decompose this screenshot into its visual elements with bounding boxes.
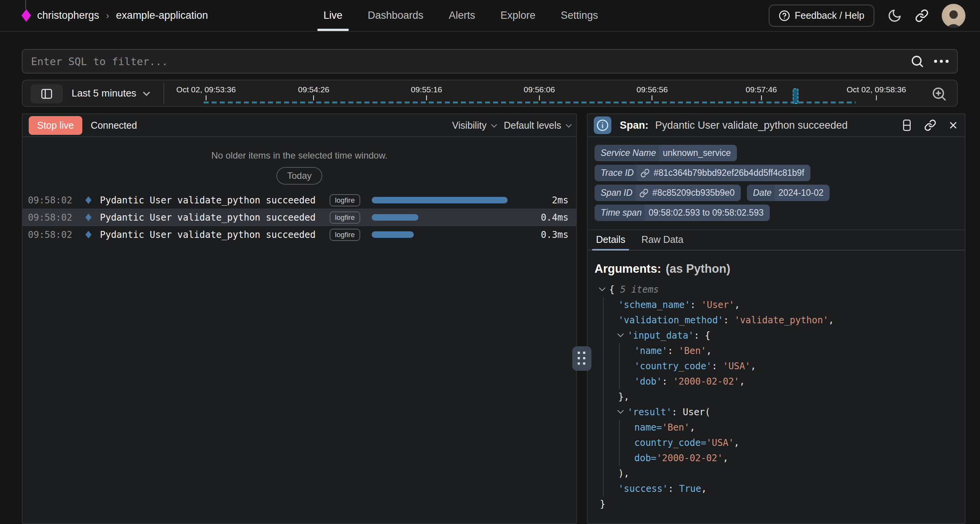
collapse-caret-icon[interactable]: [617, 407, 624, 414]
tab-details[interactable]: Details: [595, 230, 627, 250]
breadcrumb-org[interactable]: christophergs: [37, 10, 99, 21]
badge-value: 09:58:02.593 to 09:58:02.593: [645, 205, 770, 221]
connection-status: Connected: [91, 120, 137, 131]
timeline-tick-mark: [761, 95, 762, 100]
dark-mode-moon-icon[interactable]: [887, 8, 902, 23]
code-segment: 'USA': [723, 361, 750, 372]
log-row[interactable]: 09:58:02Pydantic User validate_python su…: [23, 192, 576, 209]
breadcrumb: christophergs › example-application: [0, 9, 208, 22]
code-segment: :: [690, 300, 701, 310]
user-avatar[interactable]: [942, 4, 965, 28]
code-segment: ,: [740, 376, 745, 387]
breadcrumb-separator: ›: [105, 10, 110, 21]
zoom-in-icon[interactable]: [931, 86, 947, 102]
timeline-tick: 09:55:16: [411, 85, 442, 100]
timeline-activity-spike[interactable]: [792, 88, 798, 104]
tab-settings[interactable]: Settings: [561, 0, 598, 31]
copy-link-icon[interactable]: [924, 119, 936, 131]
badge-value-text: 09:58:02.593 to 09:58:02.593: [648, 208, 764, 218]
code-segment: True: [679, 483, 701, 494]
tab-explore[interactable]: Explore: [500, 0, 536, 31]
log-row-timestamp: 09:58:02: [28, 229, 85, 240]
default-levels-dropdown[interactable]: Default levels: [504, 120, 570, 131]
logo-spark: [25, 0, 26, 9]
span-diamond-icon: [85, 231, 91, 239]
visibility-dropdown[interactable]: Visibility: [452, 120, 495, 131]
span-info-icon: [594, 116, 611, 134]
log-row-scope-badge[interactable]: logfire: [330, 211, 360, 224]
code-segment: dob=: [634, 453, 657, 463]
log-row[interactable]: 09:58:02Pydantic User validate_python su…: [23, 226, 576, 243]
breadcrumb-project[interactable]: example-application: [116, 10, 208, 21]
span-detail-panel: Span: Pydantic User validate_python succ…: [587, 113, 965, 524]
log-row-message: Pydantic User validate_python succeeded: [100, 195, 330, 206]
log-row-duration: 0.4ms: [530, 212, 576, 223]
timeline-tick: Oct 02, 09:58:36: [847, 85, 906, 100]
timeline-tick-mark: [206, 95, 206, 100]
code-line: 'input_data': {: [595, 328, 965, 343]
code-segment: name=: [634, 422, 662, 433]
badge-span-id: Span ID #8c85209cb935b9e0: [595, 185, 741, 201]
tab-live[interactable]: Live: [323, 0, 343, 31]
code-segment: :: [724, 315, 735, 326]
logfire-logo-icon[interactable]: [21, 9, 31, 22]
code-segment: ,: [723, 453, 728, 463]
code-segment: country_code=: [634, 437, 706, 448]
badge-time-span: Time span09:58:02.593 to 09:58:02.593: [595, 205, 770, 221]
close-icon[interactable]: [948, 120, 959, 131]
more-options-icon[interactable]: [934, 60, 949, 63]
timeline-tick-label: 09:56:56: [637, 85, 668, 94]
share-link-icon[interactable]: [915, 9, 929, 23]
timeline-activity-dashes: [204, 102, 855, 103]
badge-value[interactable]: #8c85209cb935b9e0: [635, 185, 741, 201]
log-row-timestamp: 09:58:02: [28, 212, 85, 223]
log-row[interactable]: 09:58:02Pydantic User validate_python su…: [23, 209, 576, 226]
code-segment: ,: [734, 437, 739, 448]
tab-alerts[interactable]: Alerts: [449, 0, 475, 31]
span-title: Pydantic User validate_python succeeded: [655, 120, 848, 131]
code-segment: 'result': [627, 407, 672, 418]
stop-live-button[interactable]: Stop live: [29, 116, 82, 135]
badge-label: Time span: [595, 205, 645, 221]
badge-value[interactable]: #81c364b79bbd92ef26b4dd5ff4c81b9f: [637, 165, 810, 181]
log-row-duration-bar: [372, 231, 414, 238]
code-segment: 'input_data': [627, 330, 694, 341]
sidebar-toggle-button[interactable]: [31, 84, 63, 103]
badge-label: Service Name: [595, 145, 659, 161]
code-segment: },: [618, 391, 629, 402]
tab-dashboards[interactable]: Dashboards: [368, 0, 424, 31]
sql-filter-input[interactable]: [31, 56, 910, 67]
badge-value-text: #81c364b79bbd92ef26b4dd5ff4c81b9f: [653, 168, 804, 178]
badge-value-text: unknown_service: [663, 148, 731, 158]
timeline-tick: Oct 02, 09:53:36: [176, 85, 236, 100]
timeline-tick: 09:56:06: [524, 85, 555, 100]
feedback-help-button[interactable]: Feedback / Help: [769, 5, 874, 27]
split-view-icon[interactable]: [901, 119, 913, 131]
time-range-selector[interactable]: Last 5 minutes: [72, 80, 148, 106]
search-icon[interactable]: [910, 54, 924, 68]
badge-value: 2024-10-02: [775, 185, 830, 201]
arguments-heading-suffix: (as Python): [666, 262, 730, 275]
today-button[interactable]: Today: [276, 167, 322, 185]
code-segment: 'User': [701, 300, 735, 310]
code-segment: {: [609, 284, 620, 295]
time-range-label: Last 5 minutes: [72, 87, 136, 99]
main-content: Stop live Connected Visibility Default l…: [22, 113, 965, 524]
badge-row: Trace ID #81c364b79bbd92ef26b4dd5ff4c81b…: [595, 165, 965, 181]
time-range-bar: Last 5 minutes Oct 02, 09:53:3609:54:260…: [22, 80, 958, 107]
panel-resize-handle[interactable]: [572, 346, 591, 371]
collapse-caret-icon[interactable]: [599, 285, 606, 291]
log-row-scope-badge[interactable]: logfire: [330, 229, 360, 241]
timeline[interactable]: Oct 02, 09:53:3609:54:2609:55:1609:56:06…: [173, 80, 915, 106]
collapse-caret-icon[interactable]: [617, 331, 624, 337]
timeline-tick: 09:57:46: [746, 85, 777, 100]
log-row-scope-badge[interactable]: logfire: [330, 194, 360, 206]
tab-raw-data[interactable]: Raw Data: [640, 230, 685, 250]
link-icon: [639, 188, 648, 198]
log-row-duration-bar: [372, 197, 508, 203]
badge-date: Date2024-10-02: [747, 185, 830, 201]
code-segment: ,: [828, 315, 834, 326]
code-segment: :: [668, 346, 679, 356]
live-panel-header: Stop live Connected Visibility Default l…: [23, 114, 576, 137]
log-row-message: Pydantic User validate_python succeeded: [100, 212, 330, 223]
